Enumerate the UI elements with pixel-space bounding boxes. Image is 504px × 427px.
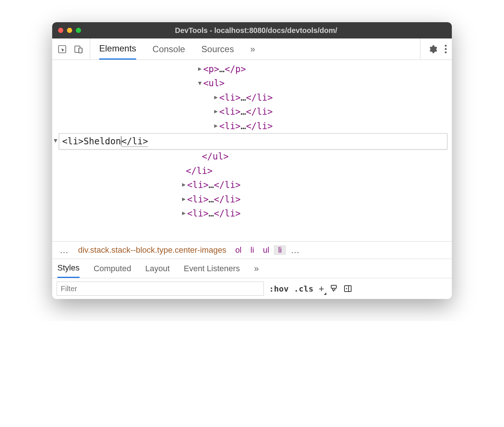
dom-node-li[interactable]: <li>…</li> <box>52 119 452 133</box>
tab-computed[interactable]: Computed <box>94 259 131 278</box>
svg-rect-5 <box>345 286 351 292</box>
main-toolbar: Elements Console Sources » <box>52 38 452 60</box>
breadcrumb-li-current[interactable]: li <box>274 245 286 255</box>
new-style-rule-button[interactable]: + <box>319 283 324 295</box>
window-title: DevTools - localhost:8080/docs/devtools/… <box>88 26 424 35</box>
titlebar: DevTools - localhost:8080/docs/devtools/… <box>52 22 452 38</box>
toggle-hover-button[interactable]: :hov <box>269 284 289 293</box>
inspect-element-icon[interactable] <box>57 44 67 54</box>
breadcrumb-overflow-left[interactable]: … <box>55 245 74 255</box>
breadcrumb-ol[interactable]: ol <box>231 245 246 255</box>
dom-node-li-editing[interactable]: <li>Sheldon</li> <box>52 133 452 149</box>
breadcrumb-overflow-right[interactable]: … <box>286 245 305 255</box>
toggle-classes-button[interactable]: .cls <box>294 284 313 293</box>
device-toolbar-icon[interactable] <box>74 44 83 54</box>
dom-tree-panel[interactable]: <p>…</p> <ul> <li>…</li> <li>…</li> <li>… <box>52 60 452 241</box>
dom-node-ul-close[interactable]: </ul> <box>52 149 452 164</box>
styles-filter-bar: :hov .cls + <box>52 278 452 299</box>
tab-styles[interactable]: Styles <box>57 259 80 278</box>
tab-event-listeners[interactable]: Event Listeners <box>184 259 240 278</box>
dom-node-ul-open[interactable]: <ul> <box>52 76 452 90</box>
tab-sources[interactable]: Sources <box>201 38 234 60</box>
breadcrumb-ul[interactable]: ul <box>259 245 274 255</box>
html-edit-input[interactable]: <li>Sheldon</li> <box>59 133 447 149</box>
toggle-sidebar-icon[interactable] <box>343 284 352 293</box>
more-options-icon[interactable] <box>445 45 447 53</box>
styles-filter-input[interactable] <box>57 282 264 296</box>
more-tabs-icon[interactable]: » <box>250 44 255 54</box>
tab-console[interactable]: Console <box>152 38 185 60</box>
edit-closing-tag: </li> <box>121 136 148 147</box>
window-controls <box>58 28 81 33</box>
styles-tabbar: Styles Computed Layout Event Listeners » <box>52 259 452 278</box>
breadcrumb-div[interactable]: div.stack.stack--block.type.center-image… <box>74 245 231 255</box>
dom-breadcrumb: … div.stack.stack--block.type.center-ima… <box>52 241 452 259</box>
svg-rect-4 <box>331 285 336 288</box>
devtools-window: DevTools - localhost:8080/docs/devtools/… <box>52 22 452 299</box>
paint-brush-icon[interactable] <box>329 284 338 293</box>
maximize-window-button[interactable] <box>76 28 81 33</box>
dom-node-li[interactable]: <li>…</li> <box>52 192 452 206</box>
tab-elements[interactable]: Elements <box>99 38 136 60</box>
edit-content: <li>Sheldon <box>62 136 121 147</box>
tab-layout[interactable]: Layout <box>145 259 169 278</box>
breadcrumb-li[interactable]: li <box>246 245 259 255</box>
dom-node-li[interactable]: <li>…</li> <box>52 91 452 105</box>
more-style-tabs-icon[interactable]: » <box>254 263 259 274</box>
close-window-button[interactable] <box>58 28 63 33</box>
dom-node-li[interactable]: <li>…</li> <box>52 178 452 192</box>
settings-icon[interactable] <box>428 44 437 54</box>
dom-node-p[interactable]: <p>…</p> <box>52 62 452 76</box>
dom-node-li[interactable]: <li>…</li> <box>52 206 452 221</box>
dom-node-li-close[interactable]: </li> <box>52 164 452 178</box>
dom-node-li[interactable]: <li>…</li> <box>52 105 452 119</box>
svg-rect-2 <box>79 48 82 53</box>
minimize-window-button[interactable] <box>67 28 72 33</box>
